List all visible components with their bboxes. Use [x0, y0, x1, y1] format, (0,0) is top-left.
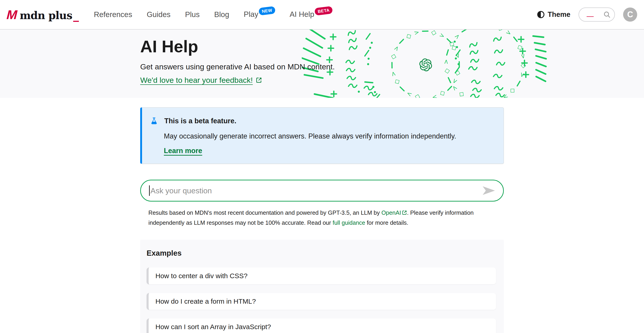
- feedback-link[interactable]: We'd love to hear your feedback!: [140, 76, 253, 85]
- search-input[interactable]: _: [578, 8, 615, 22]
- svg-text:>: >: [504, 30, 513, 37]
- beta-notice-card: This is a beta feature. May occasionally…: [140, 107, 504, 164]
- text-caret: [149, 185, 150, 196]
- svg-text:>: >: [450, 84, 459, 92]
- question-input[interactable]: [150, 186, 478, 195]
- ai-help-hero: ◇>◇>◇>◇>◇>◇>◇>◇>◇>◇>◇>◇>◇>◇>◇>◇>◇> AI He…: [0, 30, 644, 98]
- nav-item-plus[interactable]: Plus: [185, 10, 200, 19]
- svg-text:◇: ◇: [457, 90, 466, 98]
- beaker-icon: [150, 116, 158, 126]
- ask-question-field[interactable]: [140, 180, 504, 202]
- learn-more-link[interactable]: Learn more: [164, 147, 202, 155]
- ai-disclaimer: Results based on MDN's most recent docum…: [148, 208, 504, 228]
- example-question-card[interactable]: How to center a div with CSS?: [146, 267, 496, 284]
- send-arrow-icon: [483, 186, 495, 195]
- beta-badge: BETA: [314, 6, 333, 16]
- openai-link[interactable]: OpenAI: [381, 209, 401, 216]
- notice-body: May occasionally generate incorrect answ…: [164, 132, 494, 140]
- search-icon: [603, 11, 611, 19]
- example-question-card[interactable]: How do I create a form in HTML?: [146, 293, 496, 310]
- user-avatar[interactable]: C: [623, 8, 637, 22]
- header-actions: Theme _ C: [537, 8, 637, 22]
- examples-title: Examples: [146, 249, 496, 257]
- svg-text:◇: ◇: [414, 93, 421, 98]
- send-button[interactable]: [483, 186, 495, 195]
- full-guidance-link[interactable]: full guidance: [333, 219, 365, 226]
- page-title: AI Help: [140, 38, 504, 56]
- nav-item-references[interactable]: References: [94, 10, 132, 19]
- svg-text:>: >: [405, 90, 413, 98]
- mdn-logo-m-icon: M: [5, 7, 19, 22]
- svg-text:◇: ◇: [438, 89, 447, 98]
- brand-wordmark: mdn plus: [20, 9, 72, 22]
- theme-half-circle-icon: [537, 11, 545, 19]
- example-question-card[interactable]: How can I sort an Array in JavaScript?: [146, 318, 496, 333]
- nav-item-play[interactable]: PlayNEW: [244, 10, 275, 19]
- theme-toggle-button[interactable]: Theme: [537, 11, 570, 19]
- examples-panel: Examples How to center a div with CSS? H…: [140, 240, 504, 333]
- top-navigation-bar: M mdn plus _ References Guides Plus Blog…: [0, 0, 644, 30]
- nav-item-ai-help[interactable]: AI HelpBETA: [290, 10, 333, 19]
- brand-cursor: _: [73, 9, 79, 22]
- main-nav: References Guides Plus Blog PlayNEW AI H…: [94, 10, 332, 19]
- nav-item-guides[interactable]: Guides: [147, 10, 171, 19]
- svg-text:>: >: [431, 93, 438, 98]
- external-link-icon: [256, 77, 262, 83]
- page-subtitle: Get answers using generative AI based on…: [140, 62, 504, 71]
- theme-label: Theme: [548, 11, 570, 19]
- svg-text:>: >: [519, 53, 527, 59]
- new-badge: NEW: [258, 6, 276, 16]
- svg-text:◇: ◇: [508, 86, 518, 96]
- notice-title: This is a beta feature.: [164, 117, 236, 125]
- nav-item-blog[interactable]: Blog: [214, 10, 229, 19]
- external-link-icon: [402, 210, 407, 215]
- main-content: This is a beta feature. May occasionally…: [0, 107, 644, 333]
- mdn-plus-logo[interactable]: M mdn plus _: [7, 7, 79, 22]
- svg-text:◇: ◇: [516, 43, 525, 51]
